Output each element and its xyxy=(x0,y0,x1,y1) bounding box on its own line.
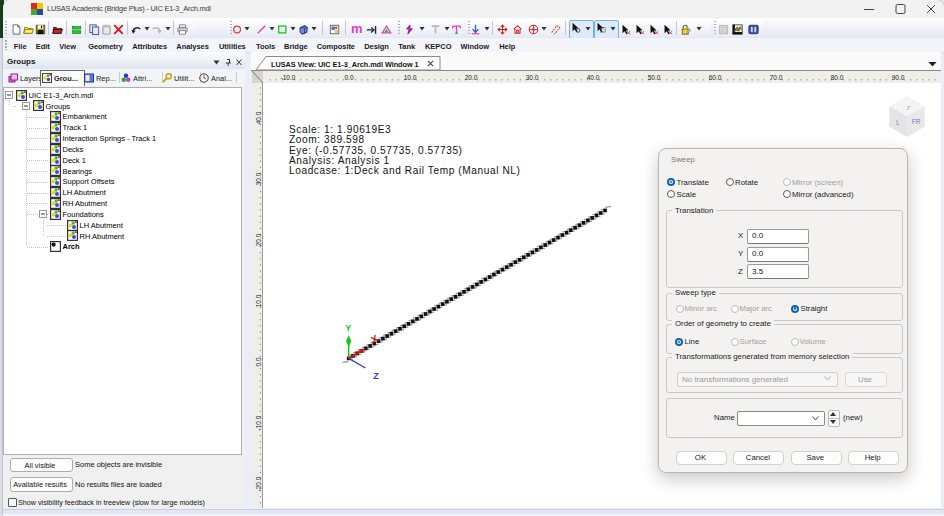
svg-text:40.0: 40.0 xyxy=(587,74,600,81)
svg-text:80.0: 80.0 xyxy=(831,74,844,81)
svg-text:70.0: 70.0 xyxy=(770,74,783,81)
svg-text:Y: Y xyxy=(345,323,351,333)
svg-text:20.0: 20.0 xyxy=(465,74,478,81)
svg-text:-10.0: -10.0 xyxy=(255,415,262,430)
svg-text:Z: Z xyxy=(373,371,379,381)
svg-text:10.0: 10.0 xyxy=(404,74,417,81)
svg-text:10.0: 10.0 xyxy=(255,294,262,307)
svg-text:-10.0: -10.0 xyxy=(281,74,296,81)
svg-text:40.0: 40.0 xyxy=(255,111,262,124)
svg-text:0.0: 0.0 xyxy=(344,74,353,81)
svg-text:X: X xyxy=(369,332,381,345)
svg-text:20.0: 20.0 xyxy=(255,233,262,246)
svg-text:FR: FR xyxy=(912,118,921,125)
svg-text:30.0: 30.0 xyxy=(255,172,262,185)
svg-text:-20.0: -20.0 xyxy=(255,476,262,491)
svg-text:0.0: 0.0 xyxy=(255,357,262,366)
svg-text:90.0: 90.0 xyxy=(892,74,905,81)
svg-text:60.0: 60.0 xyxy=(709,74,722,81)
svg-text:50.0: 50.0 xyxy=(648,74,661,81)
svg-text:L: L xyxy=(896,119,900,126)
svg-text:30.0: 30.0 xyxy=(526,74,539,81)
